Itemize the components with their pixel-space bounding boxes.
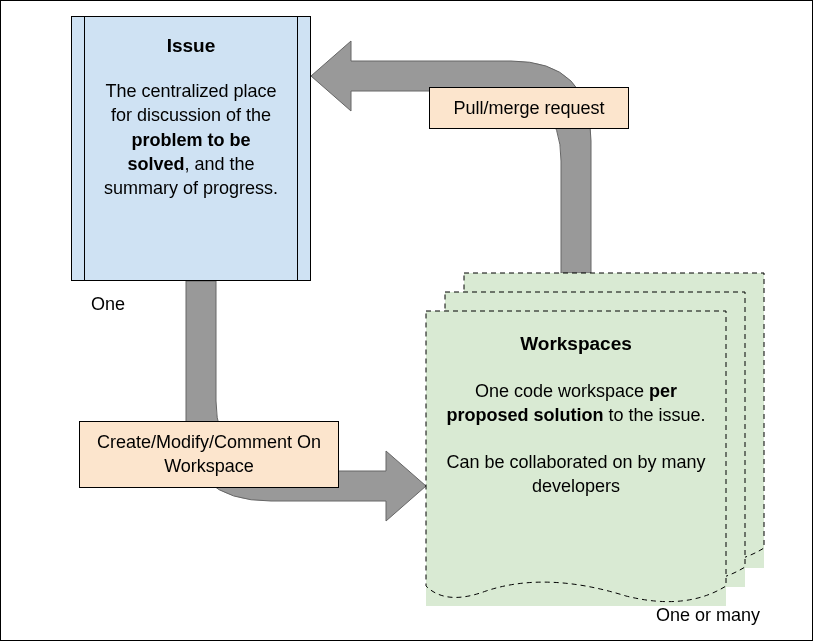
issue-node: Issue The centralized place for discussi…: [71, 16, 311, 281]
issue-multiplicity: One: [91, 294, 125, 315]
ws-desc1-pre: One code workspace: [475, 381, 649, 401]
issue-description: The centralized place for discussion of …: [100, 79, 282, 200]
workspaces-node: Workspaces One code workspace per propos…: [426, 273, 766, 603]
workspaces-title: Workspaces: [446, 333, 706, 355]
workspaces-multiplicity: One or many: [656, 605, 760, 626]
workspaces-desc2: Can be collaborated on by many developer…: [446, 450, 706, 499]
issue-desc-pre: The centralized place for discussion of …: [105, 81, 276, 125]
pull-merge-label: Pull/merge request: [429, 87, 629, 129]
ws-desc1-post: to the issue.: [603, 405, 705, 425]
workspaces-desc1: One code workspace per proposed solution…: [446, 379, 706, 428]
workspace-content: Workspaces One code workspace per propos…: [426, 311, 726, 591]
create-modify-label: Create/Modify/Comment On Workspace: [79, 421, 339, 488]
issue-title: Issue: [100, 35, 282, 57]
